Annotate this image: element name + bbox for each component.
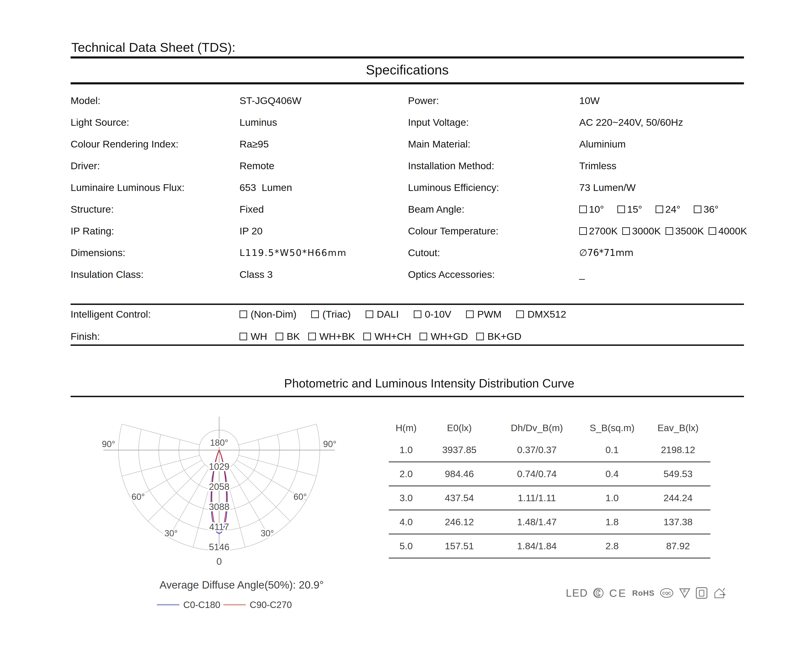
checkbox[interactable] bbox=[311, 310, 319, 318]
table-cell: 2198.12 bbox=[646, 445, 710, 455]
ring-tick-label: 1029 bbox=[209, 461, 230, 472]
spec-value: AC 220~240V, 50/60Hz bbox=[579, 117, 744, 128]
table-cell: 1.11/1.11 bbox=[495, 493, 579, 503]
table-cell: 2.8 bbox=[579, 541, 646, 551]
spec-value: L119.5*W50*H66mm bbox=[239, 248, 408, 258]
angle-label-60: 60° bbox=[131, 492, 145, 502]
led-mark: LED bbox=[566, 587, 588, 599]
checkbox[interactable] bbox=[276, 333, 283, 340]
checkbox-label: BK+GD bbox=[487, 331, 522, 342]
indoor-use-house-icon bbox=[713, 587, 726, 599]
checkbox-option: WH bbox=[239, 331, 267, 342]
checkbox-option: 3000K bbox=[622, 226, 661, 237]
checkbox-label: DALI bbox=[377, 308, 399, 320]
spec-label: Main Material: bbox=[408, 139, 579, 150]
checkbox[interactable] bbox=[414, 310, 422, 318]
checkbox[interactable] bbox=[656, 206, 663, 213]
checkbox-option: 24° bbox=[656, 204, 680, 215]
spec-value: Ra≥95 bbox=[239, 139, 408, 150]
legend-label: C0-C180 bbox=[183, 600, 220, 610]
checkbox[interactable] bbox=[476, 333, 484, 340]
checkbox[interactable] bbox=[420, 333, 427, 340]
ring-tick-label: 3088 bbox=[209, 502, 230, 512]
cqc-label: CQC bbox=[662, 591, 671, 596]
divider bbox=[70, 82, 744, 84]
checkbox-option: (Triac) bbox=[311, 308, 351, 320]
checkbox-option: WH+GD bbox=[420, 331, 468, 342]
spec-value: IP 20 bbox=[239, 226, 408, 237]
table-row: 2.0984.460.74/0.740.4549.53 bbox=[389, 462, 710, 486]
spec-label: Beam Angle: bbox=[408, 204, 579, 215]
checkbox-label: BK bbox=[287, 331, 300, 342]
page-title: Technical Data Sheet (TDS): bbox=[71, 40, 236, 55]
spec-value: 653 Lumen bbox=[239, 182, 408, 193]
checkbox-option: PWM bbox=[466, 308, 501, 320]
ce-certification-icon: CE bbox=[609, 587, 627, 599]
diffuse-angle-caption: Average Diffuse Angle(50%): 20.9° bbox=[159, 579, 324, 591]
checkbox-group: (Non-Dim)(Triac)DALI0-10VPWMDMX512 bbox=[239, 308, 566, 320]
checkbox[interactable] bbox=[617, 206, 625, 213]
checkbox-option: (Non-Dim) bbox=[239, 308, 297, 320]
checkbox[interactable] bbox=[516, 310, 524, 318]
checkbox-option: WH+BK bbox=[308, 331, 355, 342]
divider bbox=[70, 344, 744, 346]
table-cell: 157.51 bbox=[423, 541, 495, 551]
table-cell: 4.0 bbox=[389, 517, 423, 528]
checkbox[interactable] bbox=[308, 333, 316, 340]
spec-label: Colour Rendering Index: bbox=[70, 139, 239, 150]
table-cell: 5.0 bbox=[389, 541, 423, 551]
spec-value: Luminus bbox=[239, 117, 408, 128]
control-options-grid: Intelligent Control:(Non-Dim)(Triac)DALI… bbox=[70, 303, 566, 347]
checkbox-option: 2700K bbox=[579, 226, 618, 237]
checkbox[interactable] bbox=[665, 227, 673, 235]
angle-label-30: 30° bbox=[261, 528, 274, 538]
checkbox[interactable] bbox=[466, 310, 474, 318]
angle-label-90: 90° bbox=[323, 439, 336, 449]
checkbox-label: 4000K bbox=[718, 226, 747, 237]
table-cell: 549.53 bbox=[646, 469, 710, 480]
table-cell: 1.48/1.47 bbox=[495, 517, 579, 528]
table-cell: 87.92 bbox=[646, 541, 710, 551]
ring-tick-label: 2058 bbox=[209, 481, 230, 492]
spec-label: IP Rating: bbox=[70, 226, 239, 237]
checkbox[interactable] bbox=[694, 206, 701, 213]
checkbox[interactable] bbox=[239, 333, 247, 340]
divider bbox=[70, 56, 744, 59]
checkbox-label: 3000K bbox=[632, 226, 661, 237]
table-cell: 3.0 bbox=[389, 493, 423, 503]
checkbox[interactable] bbox=[365, 310, 373, 318]
spec-label: Model: bbox=[70, 95, 239, 106]
checkbox[interactable] bbox=[579, 227, 587, 235]
checkbox[interactable] bbox=[579, 206, 587, 213]
checkbox[interactable] bbox=[363, 333, 371, 340]
table-cell: 2.0 bbox=[389, 469, 423, 480]
checkbox-group: 2700K3000K3500K4000K bbox=[579, 226, 744, 237]
checkbox-label: WH+CH bbox=[375, 331, 411, 342]
cqc-certification-icon: CQC bbox=[659, 588, 674, 598]
specifications-grid: Model:ST-JGQ406WPower:10WLight Source:Lu… bbox=[70, 90, 744, 285]
checkbox-option: BK+GD bbox=[476, 331, 522, 342]
checkbox-label: WH bbox=[251, 331, 267, 342]
angle-label-60: 60° bbox=[294, 492, 307, 502]
spec-value: 73 Lumen/W bbox=[579, 182, 744, 193]
checkbox[interactable] bbox=[709, 227, 716, 235]
checkbox-group: WHBKWH+BKWH+CHWH+GDBK+GD bbox=[239, 331, 566, 342]
angle-label-30: 30° bbox=[164, 528, 178, 538]
spec-label: Luminous Efficiency: bbox=[408, 182, 579, 193]
checkbox-option: 10° bbox=[579, 204, 604, 215]
table-header-cell: S_B(sq.m) bbox=[579, 423, 646, 433]
checkbox[interactable] bbox=[622, 227, 630, 235]
divider bbox=[70, 396, 744, 397]
spec-label: Insulation Class: bbox=[70, 269, 239, 280]
ccc-certification-icon bbox=[593, 587, 604, 598]
ring-tick-label: 5146 bbox=[209, 542, 230, 552]
checkbox-label: 24° bbox=[665, 204, 680, 215]
table-cell: 0.74/0.74 bbox=[495, 469, 579, 480]
spec-value: 10W bbox=[579, 95, 744, 106]
legend-label: C90-C270 bbox=[250, 600, 292, 610]
table-cell: 3937.85 bbox=[423, 445, 495, 455]
control-label: Finish: bbox=[70, 331, 239, 342]
table-row: 4.0246.121.48/1.471.8137.38 bbox=[389, 511, 710, 534]
checkbox[interactable] bbox=[239, 310, 247, 318]
table-row: 5.0157.511.84/1.842.887.92 bbox=[389, 534, 710, 559]
